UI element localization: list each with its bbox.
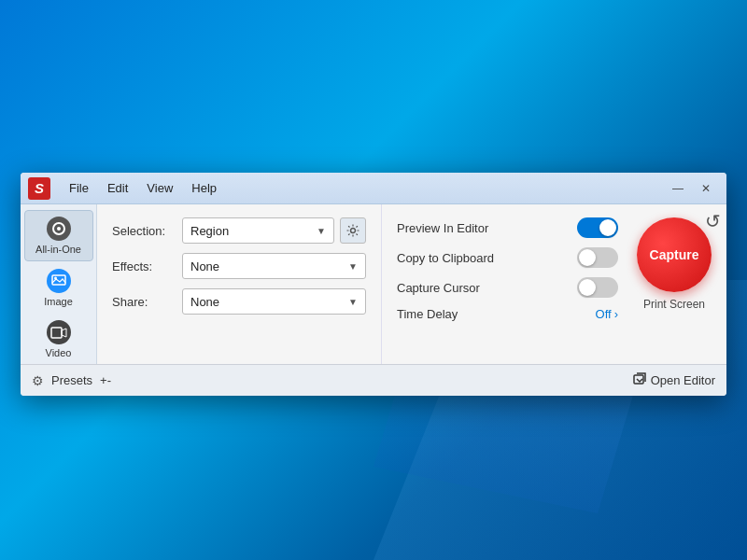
svg-rect-4 [51,328,62,338]
effects-row: Effects: None ▼ [112,253,366,279]
right-panel: ↺ Preview In Editor Copy to Clipboard [381,204,726,364]
selection-value: Region [190,224,229,238]
effects-value: None [190,259,219,273]
share-label: Share: [112,295,173,309]
selection-row: Selection: Region ▼ [112,217,366,244]
presets-label: Presets [51,373,92,387]
share-dropdown[interactable]: None ▼ [182,288,366,315]
menu-bar: File Edit View Help [62,177,224,199]
time-delay-value[interactable]: Off › [596,307,618,321]
print-screen-label: Print Screen [643,298,705,311]
capture-cursor-toggle[interactable] [577,277,618,298]
video-icon [47,320,71,344]
open-editor-button[interactable]: Open Editor [633,372,715,388]
title-bar: S File Edit View Help — ✕ [21,173,726,204]
undo-button[interactable]: ↺ [705,210,721,232]
app-logo: S [28,177,50,200]
selection-dropdown-arrow: ▼ [317,226,326,236]
capture-button[interactable]: Capture [637,217,712,292]
capture-area: Capture Print Screen [627,217,712,311]
copy-to-clipboard-label: Copy to Clipboard [397,251,494,265]
share-control: None ▼ [182,288,366,315]
share-value: None [190,295,219,309]
sidebar-item-all-in-one[interactable]: All-in-One [24,210,93,261]
close-button[interactable]: ✕ [693,178,719,199]
menu-edit[interactable]: Edit [100,177,135,199]
capture-cursor-row: Capture Cursor [397,277,618,298]
menu-file[interactable]: File [62,177,96,199]
copy-to-clipboard-toggle[interactable] [577,247,618,268]
open-editor-label: Open Editor [651,373,715,387]
bottom-bar: ⚙ Presets +- Open Editor [21,364,726,396]
preview-in-editor-toggle[interactable] [577,217,618,238]
effects-dropdown[interactable]: None ▼ [182,253,366,279]
menu-help[interactable]: Help [184,177,224,199]
app-window: S File Edit View Help — ✕ [21,173,726,396]
sidebar-item-image[interactable]: Image [24,263,93,313]
add-preset-button[interactable]: +- [100,373,111,387]
time-delay-label: Time Delay [397,307,458,321]
sidebar: All-in-One Image [21,204,97,364]
svg-point-5 [351,229,356,233]
copy-to-clipboard-row: Copy to Clipboard [397,247,618,268]
all-in-one-icon [47,217,71,241]
title-bar-left: S File Edit View Help [28,177,224,200]
share-dropdown-arrow: ▼ [348,297,358,307]
presets-gear-icon: ⚙ [32,373,44,388]
selection-control: Region ▼ [182,217,366,244]
open-editor-icon [633,372,646,388]
svg-point-3 [54,277,57,280]
minimize-button[interactable]: — [665,178,691,199]
presets-area: ⚙ Presets +- [32,373,111,388]
time-delay-chevron: › [614,307,618,321]
capture-cursor-label: Capture Cursor [397,281,480,295]
share-row: Share: None ▼ [112,288,366,315]
sidebar-label-all-in-one: All-in-One [35,244,81,255]
preview-in-editor-row: Preview In Editor [397,217,618,238]
effects-label: Effects: [112,259,173,273]
time-delay-off-text: Off [596,307,612,321]
image-icon [47,269,71,293]
effects-control: None ▼ [182,253,366,279]
svg-point-1 [57,227,61,231]
selection-gear-button[interactable] [340,217,366,244]
sidebar-label-image: Image [44,296,73,307]
preview-in-editor-label: Preview In Editor [397,221,488,235]
sidebar-label-video: Video [46,347,72,358]
sidebar-item-video[interactable]: Video [24,315,93,364]
settings-panel: Selection: Region ▼ Effects: [97,204,381,364]
menu-view[interactable]: View [139,177,180,199]
selection-label: Selection: [112,224,173,238]
main-content: All-in-One Image [21,204,726,364]
selection-dropdown[interactable]: Region ▼ [182,217,334,244]
time-delay-row: Time Delay Off › [397,307,618,321]
title-bar-controls: — ✕ [665,178,719,199]
effects-dropdown-arrow: ▼ [348,261,358,272]
